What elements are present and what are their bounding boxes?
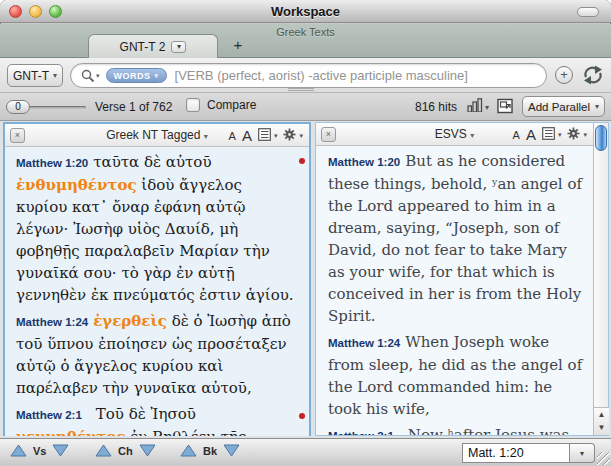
- window-title: Workspace: [0, 4, 611, 19]
- scroll-down-icon[interactable]: ▼: [594, 421, 609, 434]
- module-label: GNT-T: [13, 69, 49, 83]
- navigation-bar: Vs Ch Bk ▾: [0, 438, 611, 466]
- chevron-down-icon[interactable]: ▾: [583, 131, 587, 139]
- compare-control[interactable]: Compare: [186, 98, 256, 112]
- search-resize-handle[interactable]: [288, 88, 314, 92]
- search-input[interactable]: ▾ WORDS ▾ [VERB (perfect, aorist) -activ…: [70, 63, 547, 88]
- reference-dropdown-button[interactable]: ▾: [570, 443, 595, 463]
- verse-reference[interactable]: Matthew 1:20: [16, 157, 88, 169]
- search-options-arrow-icon[interactable]: ▾: [96, 72, 100, 80]
- gear-icon: [567, 127, 580, 140]
- chevron-down-icon: ▾: [53, 71, 57, 80]
- window-panel-icon: [497, 98, 514, 114]
- compare-label: Compare: [207, 98, 256, 112]
- slider-thumb[interactable]: 0: [6, 100, 30, 114]
- verse-reference[interactable]: Matthew 1:20: [328, 156, 400, 168]
- verse[interactable]: Matthew 1:20ταῦτα δὲ αὐτοῦ ἐνθυμηθέντος …: [16, 151, 297, 306]
- book-nav-group: Bk: [180, 444, 240, 457]
- chevron-down-icon: ▾: [470, 131, 474, 140]
- chevron-down-icon[interactable]: ▾: [274, 132, 278, 140]
- verse-reference[interactable]: Matthew 2:1: [16, 409, 82, 421]
- module-select-button[interactable]: GNT-T ▾: [7, 64, 63, 87]
- search-hit-word: ἐγερθεὶς: [93, 312, 167, 330]
- hit-marker-dot: [299, 413, 305, 419]
- chapter-nav-label: Ch: [118, 445, 133, 457]
- window-resize-grip[interactable]: [597, 452, 610, 465]
- next-verse-icon[interactable]: [52, 444, 69, 457]
- greek-text-content[interactable]: Matthew 1:20ταῦτα δὲ αὐτοῦ ἐνθυμηθέντος …: [5, 147, 309, 436]
- increase-font-button[interactable]: A: [526, 126, 536, 143]
- verse[interactable]: Matthew 1:24When Joseph woke from sleep,…: [328, 331, 583, 420]
- compare-checkbox[interactable]: [186, 98, 200, 112]
- research-recycle-icon[interactable]: [581, 65, 605, 85]
- verse-counter: Verse 1 of 762: [95, 100, 172, 114]
- previous-book-icon[interactable]: [180, 444, 197, 457]
- vertical-scrollbar[interactable]: ▲ ▼: [593, 123, 608, 435]
- next-book-icon[interactable]: [223, 444, 240, 457]
- search-icon[interactable]: [81, 69, 95, 83]
- chevron-down-icon[interactable]: ▾: [558, 131, 562, 139]
- hits-count: 816 hits: [415, 100, 457, 114]
- verse-text: Now: [408, 426, 448, 435]
- verse-reference[interactable]: Matthew 1:24: [16, 316, 88, 328]
- amplify-window-button[interactable]: [497, 98, 514, 118]
- verse[interactable]: Matthew 2:1Τοῦ δὲ Ἰησοῦ γεννηθέντος ἐν Β…: [16, 403, 297, 436]
- decrease-font-button[interactable]: A: [229, 130, 236, 142]
- tab-strip: Greek Texts GNT-T 2 ▾ +: [0, 24, 611, 58]
- results-toolbar: 0 Verse 1 of 762 Compare 816 hits ▾: [0, 93, 611, 121]
- new-tab-button[interactable]: +: [228, 34, 248, 56]
- chevron-down-icon: ▾: [204, 132, 208, 141]
- search-query-text[interactable]: [VERB (perfect, aorist) -active particip…: [175, 68, 468, 83]
- esv-text-content[interactable]: Matthew 1:20But as he considered these t…: [316, 146, 593, 435]
- search-scope-pill[interactable]: WORDS ▾: [106, 68, 167, 83]
- verse-nav-label: Vs: [33, 445, 46, 457]
- tab-gnt-t-2[interactable]: GNT-T 2 ▾: [88, 34, 218, 58]
- previous-verse-icon[interactable]: [10, 444, 27, 457]
- context-slider[interactable]: 0: [6, 100, 86, 114]
- scroll-up-icon[interactable]: ▲: [594, 408, 609, 421]
- previous-chapter-icon[interactable]: [95, 444, 112, 457]
- verse-nav-group: Vs: [10, 444, 69, 457]
- workspace-window: Workspace Greek Texts GNT-T 2 ▾ + GNT-T …: [0, 0, 611, 466]
- verse[interactable]: Matthew 2:1Now hafter Jesus was born in …: [328, 424, 583, 435]
- verse[interactable]: Matthew 1:24ἐγερθεὶς δὲ ὁ Ἰωσὴφ ἀπὸ τοῦ …: [16, 310, 297, 399]
- pane-settings-button[interactable]: [283, 127, 296, 145]
- add-parallel-button[interactable]: Add Parallel ▾: [522, 96, 605, 117]
- chevron-down-icon[interactable]: ▾: [299, 132, 303, 140]
- verse[interactable]: Matthew 1:20But as he considered these t…: [328, 150, 583, 327]
- display-settings-button[interactable]: [258, 127, 271, 145]
- decrease-font-button[interactable]: A: [513, 129, 520, 141]
- book-nav-label: Bk: [203, 445, 217, 457]
- scrollbar-thumb[interactable]: [595, 125, 607, 151]
- add-parallel-label: Add Parallel: [528, 101, 590, 113]
- text-display-icon: [258, 128, 271, 141]
- text-panes-area: × Greek NT Tagged ▾ A A: [0, 121, 611, 438]
- greek-pane-header: × Greek NT Tagged ▾ A A: [5, 124, 309, 147]
- text-display-icon: [542, 127, 555, 140]
- increase-font-button[interactable]: A: [242, 127, 252, 144]
- add-search-tab-icon[interactable]: +: [555, 66, 573, 84]
- verse-text: ἰδοὺ ἄγγελος κυρίου κατ᾽ ὄναρ ἐφάνη αὐτῷ…: [16, 176, 294, 304]
- verse-reference[interactable]: Matthew 2:1: [328, 430, 394, 435]
- greek-text-pane: × Greek NT Tagged ▾ A A: [3, 122, 311, 436]
- bar-chart-icon: [467, 98, 483, 112]
- display-settings-button[interactable]: [542, 126, 555, 144]
- analysis-chart-button[interactable]: ▾: [467, 98, 489, 112]
- verse-text: Τοῦ δὲ Ἰησοῦ: [96, 405, 196, 423]
- go-to-reference-input[interactable]: [462, 443, 570, 463]
- tab-label: GNT-T 2: [120, 40, 166, 54]
- verse-text: ἐν Βηθλέεμ τῆς: [126, 428, 247, 436]
- title-bar[interactable]: Workspace: [0, 0, 611, 23]
- search-hit-word: ἐνθυμηθέντος: [16, 176, 137, 194]
- pane-settings-button[interactable]: [567, 126, 580, 144]
- verse-text: ταῦτα δὲ αὐτοῦ: [93, 153, 211, 171]
- esv-pane-header: × ESVS ▾ A A ▾: [316, 123, 593, 146]
- tab-menu-icon[interactable]: ▾: [171, 41, 186, 53]
- scope-label: WORDS: [114, 71, 151, 81]
- toolbar-toggle-button[interactable]: [577, 7, 599, 17]
- next-chapter-icon[interactable]: [139, 444, 156, 457]
- search-toolbar: GNT-T ▾ ▾ WORDS ▾ [VERB (perfect, aorist…: [0, 58, 611, 93]
- verse-reference[interactable]: Matthew 1:24: [328, 337, 400, 349]
- gear-icon: [283, 128, 296, 141]
- chevron-down-icon: ▾: [595, 102, 599, 111]
